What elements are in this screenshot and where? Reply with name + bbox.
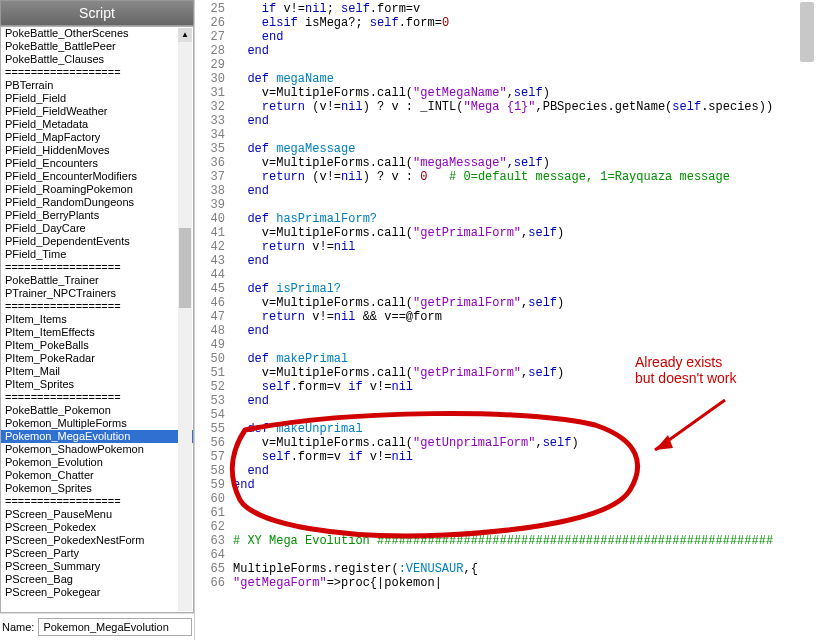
code-line[interactable]: 46 v=MultipleForms.call("getPrimalForm",…: [199, 296, 816, 310]
code-text[interactable]: v=MultipleForms.call("megaMessage",self): [233, 156, 816, 170]
script-item[interactable]: PTrainer_NPCTrainers: [1, 287, 193, 300]
code-line[interactable]: 31 v=MultipleForms.call("getMegaName",se…: [199, 86, 816, 100]
code-line[interactable]: 40 def hasPrimalForm?: [199, 212, 816, 226]
code-text[interactable]: v=MultipleForms.call("getPrimalForm",sel…: [233, 296, 816, 310]
code-text[interactable]: v=MultipleForms.call("getPrimalForm",sel…: [233, 226, 816, 240]
script-item[interactable]: PItem_PokeRadar: [1, 352, 193, 365]
script-item[interactable]: PItem_Sprites: [1, 378, 193, 391]
script-item[interactable]: PokeBattle_Trainer: [1, 274, 193, 287]
script-item[interactable]: PokeBattle_BattlePeer: [1, 40, 193, 53]
name-input[interactable]: [38, 618, 192, 636]
editor-scrollbar-thumb[interactable]: [800, 2, 814, 62]
code-line[interactable]: 49: [199, 338, 816, 352]
code-text[interactable]: def megaName: [233, 72, 816, 86]
code-text[interactable]: def hasPrimalForm?: [233, 212, 816, 226]
code-text[interactable]: end: [233, 478, 816, 492]
code-text[interactable]: end: [233, 30, 816, 44]
code-text[interactable]: elsif isMega?; self.form=0: [233, 16, 816, 30]
code-text[interactable]: [233, 268, 816, 282]
code-text[interactable]: v=MultipleForms.call("getUnprimalForm",s…: [233, 436, 816, 450]
script-item[interactable]: Pokemon_ShadowPokemon: [1, 443, 193, 456]
code-text[interactable]: MultipleForms.register(:VENUSAUR,{: [233, 562, 816, 576]
code-text[interactable]: end: [233, 254, 816, 268]
code-line[interactable]: 41 v=MultipleForms.call("getPrimalForm",…: [199, 226, 816, 240]
code-text[interactable]: end: [233, 114, 816, 128]
script-list[interactable]: ▲ PokeBattle_OtherScenesPokeBattle_Battl…: [0, 26, 194, 613]
code-line[interactable]: 39: [199, 198, 816, 212]
code-line[interactable]: 54: [199, 408, 816, 422]
code-line[interactable]: 61: [199, 506, 816, 520]
script-item[interactable]: PScreen_Pokegear: [1, 586, 193, 599]
code-line[interactable]: 43 end: [199, 254, 816, 268]
code-line[interactable]: 64: [199, 548, 816, 562]
code-text[interactable]: if v!=nil; self.form=v: [233, 2, 816, 16]
code-text[interactable]: [233, 128, 816, 142]
script-item[interactable]: PItem_ItemEffects: [1, 326, 193, 339]
code-line[interactable]: 25 if v!=nil; self.form=v: [199, 2, 816, 16]
code-line[interactable]: 62: [199, 520, 816, 534]
code-text[interactable]: "getMegaForm"=>proc{|pokemon|: [233, 576, 816, 590]
code-line[interactable]: 28 end: [199, 44, 816, 58]
code-line[interactable]: 55 def makeUnprimal: [199, 422, 816, 436]
code-line[interactable]: 57 self.form=v if v!=nil: [199, 450, 816, 464]
script-item[interactable]: PokeBattle_OtherScenes: [1, 27, 193, 40]
code-line[interactable]: 34: [199, 128, 816, 142]
script-item[interactable]: Pokemon_MegaEvolution: [1, 430, 193, 443]
script-item[interactable]: PScreen_Party: [1, 547, 193, 560]
code-line[interactable]: 29: [199, 58, 816, 72]
script-item[interactable]: PField_Time: [1, 248, 193, 261]
code-text[interactable]: [233, 506, 816, 520]
code-text[interactable]: [233, 58, 816, 72]
script-item[interactable]: PField_MapFactory: [1, 131, 193, 144]
code-text[interactable]: end: [233, 44, 816, 58]
code-line[interactable]: 37 return (v!=nil) ? v : 0 # 0=default m…: [199, 170, 816, 184]
script-item[interactable]: PItem_PokeBalls: [1, 339, 193, 352]
code-text[interactable]: self.form=v if v!=nil: [233, 450, 816, 464]
code-line[interactable]: 36 v=MultipleForms.call("megaMessage",se…: [199, 156, 816, 170]
code-line[interactable]: 56 v=MultipleForms.call("getUnprimalForm…: [199, 436, 816, 450]
code-text[interactable]: def megaMessage: [233, 142, 816, 156]
code-text[interactable]: end: [233, 394, 816, 408]
code-line[interactable]: 32 return (v!=nil) ? v : _INTL("Mega {1}…: [199, 100, 816, 114]
code-line[interactable]: 65MultipleForms.register(:VENUSAUR,{: [199, 562, 816, 576]
code-text[interactable]: end: [233, 184, 816, 198]
script-item[interactable]: PField_Field: [1, 92, 193, 105]
script-item[interactable]: Pokemon_Chatter: [1, 469, 193, 482]
script-item[interactable]: Pokemon_Sprites: [1, 482, 193, 495]
code-line[interactable]: 38 end: [199, 184, 816, 198]
script-item[interactable]: PField_EncounterModifiers: [1, 170, 193, 183]
code-text[interactable]: return v!=nil: [233, 240, 816, 254]
code-line[interactable]: 27 end: [199, 30, 816, 44]
script-item[interactable]: PField_DayCare: [1, 222, 193, 235]
code-line[interactable]: 48 end: [199, 324, 816, 338]
script-item[interactable]: PScreen_PokedexNestForm: [1, 534, 193, 547]
code-line[interactable]: 63# XY Mega Evolution ##################…: [199, 534, 816, 548]
script-item[interactable]: PField_HiddenMoves: [1, 144, 193, 157]
script-item[interactable]: Pokemon_Evolution: [1, 456, 193, 469]
script-item[interactable]: PField_DependentEvents: [1, 235, 193, 248]
code-text[interactable]: [233, 408, 816, 422]
script-item[interactable]: PField_BerryPlants: [1, 209, 193, 222]
script-item[interactable]: PField_FieldWeather: [1, 105, 193, 118]
code-line[interactable]: 26 elsif isMega?; self.form=0: [199, 16, 816, 30]
script-item[interactable]: Pokemon_MultipleForms: [1, 417, 193, 430]
code-text[interactable]: [233, 492, 816, 506]
code-text[interactable]: # XY Mega Evolution ####################…: [233, 534, 816, 548]
code-line[interactable]: 47 return v!=nil && v==@form: [199, 310, 816, 324]
code-text[interactable]: return (v!=nil) ? v : _INTL("Mega {1}",P…: [233, 100, 816, 114]
script-item[interactable]: PScreen_Bag: [1, 573, 193, 586]
scroll-up-icon[interactable]: ▲: [178, 28, 192, 42]
script-item[interactable]: PScreen_PauseMenu: [1, 508, 193, 521]
code-text[interactable]: return v!=nil && v==@form: [233, 310, 816, 324]
script-item[interactable]: PBTerrain: [1, 79, 193, 92]
code-line[interactable]: 35 def megaMessage: [199, 142, 816, 156]
code-line[interactable]: 59end: [199, 478, 816, 492]
code-line[interactable]: 53 end: [199, 394, 816, 408]
code-text[interactable]: def makeUnprimal: [233, 422, 816, 436]
code-text[interactable]: [233, 198, 816, 212]
code-line[interactable]: 33 end: [199, 114, 816, 128]
code-text[interactable]: end: [233, 324, 816, 338]
code-line[interactable]: 42 return v!=nil: [199, 240, 816, 254]
script-item[interactable]: PItem_Mail: [1, 365, 193, 378]
list-scrollbar[interactable]: ▲: [178, 28, 192, 611]
